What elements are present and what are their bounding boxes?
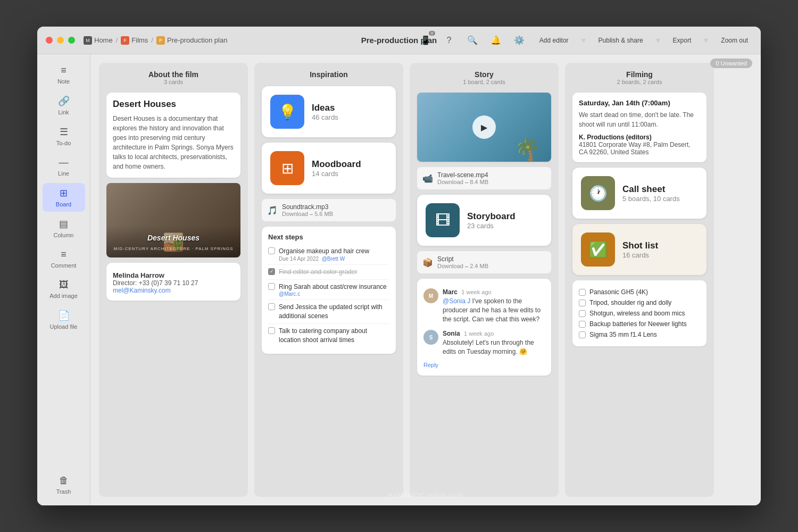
- fullscreen-button[interactable]: [68, 37, 75, 44]
- moodboard-card[interactable]: ⊞ Moodboard 14 cards: [262, 143, 396, 194]
- breadcrumb-films[interactable]: F Films: [121, 36, 148, 45]
- ideas-title: Ideas: [312, 103, 338, 113]
- sonia-text: Absolutely! Let's run through the edits …: [443, 338, 545, 356]
- board-inspiration-title: Inspiration: [262, 70, 396, 79]
- breadcrumb: M About the film Home / F Films / P Pre-…: [84, 36, 227, 45]
- todo-checkbox-1[interactable]: ✓: [268, 268, 275, 275]
- sidebar-item-link[interactable]: 🔗 Link: [43, 91, 85, 120]
- call-sheet-title: Call sheet: [622, 184, 680, 195]
- upload-file-icon: 📄: [58, 310, 70, 321]
- todo-checkbox-3[interactable]: [268, 303, 275, 310]
- sidebar-item-trash[interactable]: 🗑 Trash: [43, 471, 85, 499]
- breadcrumb-home[interactable]: M About the film Home: [84, 36, 113, 45]
- breadcrumb-films-label: Films: [131, 36, 148, 44]
- toolbar-right: 📱 0 ? 🔍 🔔 ⚙️ Add editor ▾ Publish & shar…: [418, 33, 752, 48]
- equip-item-2: Shotgun, wireless and boom mics: [579, 308, 700, 319]
- next-steps-title: Next steps: [268, 233, 389, 241]
- equip-checkbox-1[interactable]: [579, 300, 586, 306]
- todo-checkbox-2[interactable]: [268, 283, 275, 290]
- unwanted-badge: 0 Unwanted: [710, 59, 752, 68]
- music-icon: 🎵: [267, 205, 278, 215]
- todo-label-4: Talk to catering company about location …: [279, 327, 389, 345]
- breadcrumb-plan-label: Pre-production plan: [167, 36, 227, 44]
- publish-share-button[interactable]: Publish & share: [594, 35, 647, 46]
- storyboard-count: 23 cards: [467, 222, 516, 230]
- ideas-card[interactable]: 💡 Ideas 46 cards: [262, 86, 396, 137]
- reply-link[interactable]: Reply: [423, 362, 438, 368]
- todo-checkbox-4[interactable]: [268, 327, 275, 334]
- play-button[interactable]: ▶: [472, 115, 496, 139]
- close-button[interactable]: [46, 37, 53, 44]
- export-button[interactable]: Export: [669, 35, 696, 46]
- equip-item-1: Tripod, shoulder rig and dolly: [579, 297, 700, 308]
- soundtrack-card[interactable]: 🎵 Soundtrack.mp3 Download – 5.6 MB: [262, 199, 396, 221]
- contact-email[interactable]: mel@Kaminsky.com: [113, 287, 234, 294]
- equip-label-4: Sigma 35 mm f1.4 Lens: [589, 331, 657, 338]
- equip-item-3: Backup batteries for Neewer lights: [579, 319, 700, 329]
- equip-checkbox-0[interactable]: [579, 289, 586, 296]
- add-editor-button[interactable]: Add editor: [535, 35, 573, 46]
- trash-icon: 🗑: [59, 475, 69, 486]
- script-card[interactable]: 📦 Script Download – 2.4 MB: [417, 251, 551, 273]
- sonia-time: 1 week ago: [464, 330, 494, 337]
- minimize-button[interactable]: [57, 37, 64, 44]
- desert-houses-card[interactable]: Desert Houses Desert Houses is a documen…: [106, 93, 240, 178]
- todo-item-0: Organise makeup and hair crew Due 14 Apr…: [268, 244, 389, 265]
- film-image-title: Desert Houses: [113, 229, 233, 246]
- board-about-film-header: About the film 3 cards: [106, 70, 240, 85]
- board-filming-title: Filming: [572, 70, 706, 79]
- storyboard-card[interactable]: 🎞 Storyboard 23 cards: [417, 195, 551, 246]
- sidebar-item-line[interactable]: — Line: [43, 153, 85, 181]
- board-filming: Filming 2 boards, 2 cards Saturday, Jan …: [565, 63, 714, 497]
- sidebar-item-todo[interactable]: ☰ To-do: [43, 122, 85, 151]
- marc-time: 1 week ago: [461, 289, 491, 295]
- marc-name: Marc: [443, 288, 458, 296]
- board-about-film-subtitle: 3 cards: [106, 79, 240, 85]
- board-inspiration: Inspiration 💡 Ideas 46 cards ⊞ Moodboard: [254, 63, 403, 497]
- sidebar-item-board[interactable]: ⊞ Board: [43, 183, 85, 212]
- settings-icon[interactable]: ⚙️: [512, 33, 527, 48]
- doc-text: Desert Houses is a documentary that expl…: [113, 114, 234, 171]
- sidebar-item-note[interactable]: ≡ Note: [43, 61, 85, 89]
- equip-checkbox-4[interactable]: [579, 331, 586, 338]
- comment-sonia: S Sonia 1 week ago Absolutely! Let's run…: [423, 327, 545, 360]
- board-inspiration-header: Inspiration: [262, 70, 396, 79]
- board-story: Story 1 board, 2 cards ▶ 🌴 📹 Travel-scen…: [410, 63, 559, 497]
- shot-list-card[interactable]: ✅ Shot list 16 cards: [572, 224, 706, 275]
- todo-meta-2: @Marc.c: [279, 291, 387, 297]
- sidebar-item-upload-file[interactable]: 📄 Upload file: [43, 305, 85, 334]
- sonia-avatar: S: [423, 330, 438, 345]
- equip-item-0: Panasonic GH5 (4K): [579, 287, 700, 297]
- call-sheet-icon: 🕐: [581, 176, 615, 210]
- travel-scene-name: Travel-scene.mp4: [437, 171, 488, 179]
- breadcrumb-plan[interactable]: P Pre-production plan: [156, 36, 227, 45]
- search-icon[interactable]: 🔍: [465, 33, 480, 48]
- todo-checkbox-0[interactable]: [268, 247, 275, 254]
- note-icon: ≡: [61, 65, 66, 76]
- travel-scene-card[interactable]: 📹 Travel-scene.mp4 Download – 8.4 MB: [417, 167, 551, 189]
- todo-label-0: Organise makeup and hair crew: [279, 247, 369, 256]
- script-name: Script: [437, 255, 488, 263]
- storyboard-title: Storyboard: [467, 211, 516, 222]
- breadcrumb-home-label: Home: [94, 36, 113, 44]
- main-canvas: 0 Unwanted About the film 3 cards Desert…: [90, 54, 761, 505]
- travel-scene-image[interactable]: ▶ 🌴: [417, 93, 551, 162]
- help-icon[interactable]: ?: [442, 33, 456, 48]
- todo-meta-0: Due 14 Apr 2022 @Brett W: [279, 256, 369, 262]
- equip-label-2: Shotgun, wireless and boom mics: [589, 310, 685, 317]
- sidebar-item-column[interactable]: ▤ Column: [43, 214, 85, 243]
- call-sheet-card[interactable]: 🕐 Call sheet 5 boards, 10 cards: [572, 168, 706, 219]
- sidebar-item-comment[interactable]: ≡ Comment: [43, 245, 85, 273]
- todo-item-2: Ring Sarah about cast/crew insurance @Ma…: [268, 280, 389, 301]
- board-about-film-title: About the film: [106, 70, 240, 79]
- equip-label-3: Backup batteries for Neewer lights: [589, 320, 687, 328]
- board-filming-subtitle: 2 boards, 2 cards: [572, 79, 706, 85]
- equip-checkbox-2[interactable]: [579, 310, 586, 317]
- zip-icon: 📦: [422, 257, 433, 268]
- notifications-icon[interactable]: 🔔: [488, 33, 503, 48]
- equip-checkbox-3[interactable]: [579, 321, 586, 328]
- zoom-out-button[interactable]: Zoom out: [717, 35, 752, 46]
- column-icon: ▤: [59, 218, 68, 230]
- sidebar-item-add-image[interactable]: 🖼 Add image: [43, 275, 85, 303]
- sonia-name: Sonia: [443, 330, 460, 337]
